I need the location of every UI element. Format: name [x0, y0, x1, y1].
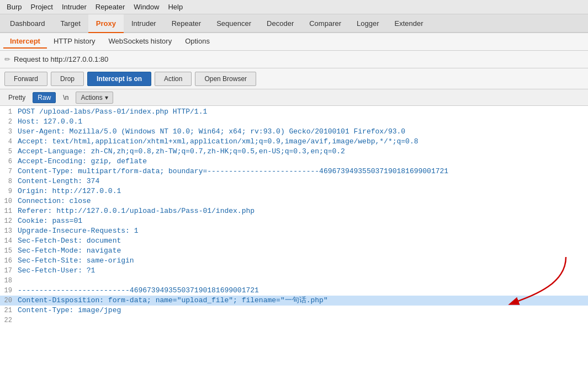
- table-row: 9Origin: http://127.0.0.1: [0, 186, 588, 196]
- table-row: 18: [0, 276, 588, 286]
- table-row: 13Upgrade-Insecure-Requests: 1: [0, 226, 588, 236]
- subtab-http-history[interactable]: HTTP history: [47, 35, 102, 49]
- intercept-button[interactable]: Intercept is on: [87, 72, 151, 86]
- request-bar: ✏ Request to http://127.0.0.1:80: [0, 51, 588, 68]
- line-number: 6: [0, 157, 15, 167]
- line-content: Origin: http://127.0.0.1: [15, 186, 588, 196]
- subtab-options[interactable]: Options: [178, 35, 216, 49]
- action-button[interactable]: Action: [155, 72, 192, 86]
- open-browser-button[interactable]: Open Browser: [195, 72, 256, 86]
- line-number: 5: [0, 147, 15, 157]
- editor-toolbar: Pretty Raw \n Actions ▾: [0, 89, 588, 106]
- table-row: 17Sec-Fetch-User: ?1: [0, 266, 588, 276]
- line-content: Content-Disposition: form-data; name="up…: [15, 296, 588, 306]
- chevron-down-icon: ▾: [105, 94, 108, 101]
- table-row: 10Connection: close: [0, 196, 588, 206]
- line-content: Cookie: pass=01: [15, 216, 588, 226]
- table-row: 22: [0, 315, 588, 325]
- tab-logger[interactable]: Logger: [349, 14, 386, 33]
- line-number: 8: [0, 176, 15, 186]
- line-content: Accept-Language: zh-CN,zh;q=0.8,zh-TW;q=…: [15, 147, 588, 157]
- line-content: Sec-Fetch-Mode: navigate: [15, 246, 588, 256]
- line-number: 19: [0, 286, 15, 296]
- line-number: 14: [0, 236, 15, 246]
- table-row: 12Cookie: pass=01: [0, 216, 588, 226]
- menu-intruder[interactable]: Intruder: [57, 2, 91, 12]
- actions-label: Actions: [81, 94, 102, 101]
- line-content: Content-Type: multipart/form-data; bound…: [15, 167, 588, 176]
- action-bar: Forward Drop Intercept is on Action Open…: [0, 68, 588, 89]
- pretty-button[interactable]: Pretty: [3, 92, 30, 103]
- line-content: Sec-Fetch-User: ?1: [15, 266, 588, 276]
- tab-dashboard[interactable]: Dashboard: [2, 14, 53, 33]
- menu-bar: Burp Project Intruder Repeater Window He…: [0, 0, 588, 14]
- line-content: Accept-Encoding: gzip, deflate: [15, 157, 588, 167]
- line-content: Content-Type: image/jpeg: [15, 306, 588, 315]
- table-row: 11Referer: http://127.0.0.1/upload-labs/…: [0, 206, 588, 216]
- table-row: 8Content-Length: 374: [0, 176, 588, 186]
- line-content: Referer: http://127.0.0.1/upload-labs/Pa…: [15, 206, 588, 216]
- line-content: Content-Length: 374: [15, 176, 588, 186]
- table-row: 19--------------------------469673949355…: [0, 286, 588, 296]
- line-content: Connection: close: [15, 196, 588, 206]
- line-number: 2: [0, 117, 15, 127]
- tab-intruder[interactable]: Intruder: [124, 14, 164, 33]
- newline-button[interactable]: \n: [58, 92, 73, 103]
- table-row: 16Sec-Fetch-Site: same-origin: [0, 256, 588, 266]
- line-content: User-Agent: Mozilla/5.0 (Windows NT 10.0…: [15, 127, 588, 137]
- tab-comparer[interactable]: Comparer: [301, 14, 349, 33]
- actions-dropdown[interactable]: Actions ▾: [76, 92, 113, 104]
- table-row: 20Content-Disposition: form-data; name="…: [0, 296, 588, 306]
- line-number: 10: [0, 196, 15, 206]
- line-content: Upgrade-Insecure-Requests: 1: [15, 226, 588, 236]
- subtab-websockets-history[interactable]: WebSockets history: [102, 35, 179, 49]
- line-number: 18: [0, 276, 15, 286]
- menu-burp[interactable]: Burp: [2, 2, 26, 12]
- menu-repeater[interactable]: Repeater: [91, 2, 129, 12]
- menu-window[interactable]: Window: [129, 2, 163, 12]
- line-content: POST /upload-labs/Pass-01/index.php HTTP…: [15, 107, 588, 117]
- tab-extender[interactable]: Extender: [387, 14, 431, 33]
- line-number: 22: [0, 315, 15, 325]
- line-content: --------------------------46967394935503…: [15, 286, 588, 296]
- main-nav: Dashboard Target Proxy Intruder Repeater…: [0, 14, 588, 33]
- edit-icon: ✏: [4, 55, 10, 63]
- forward-button[interactable]: Forward: [4, 72, 47, 86]
- subtab-intercept[interactable]: Intercept: [3, 35, 47, 49]
- lines-container: 1POST /upload-labs/Pass-01/index.php HTT…: [0, 107, 588, 325]
- tab-decoder[interactable]: Decoder: [259, 14, 301, 33]
- table-row: 15Sec-Fetch-Mode: navigate: [0, 246, 588, 256]
- line-number: 1: [0, 107, 15, 117]
- table-row: 7Content-Type: multipart/form-data; boun…: [0, 167, 588, 176]
- table-row: 6Accept-Encoding: gzip, deflate: [0, 157, 588, 167]
- request-url: Request to http://127.0.0.1:80: [14, 55, 108, 63]
- line-content: Accept: text/html,application/xhtml+xml,…: [15, 137, 588, 147]
- line-number: 17: [0, 266, 15, 276]
- table-row: 21Content-Type: image/jpeg: [0, 306, 588, 315]
- raw-button[interactable]: Raw: [33, 92, 56, 103]
- line-number: 3: [0, 127, 15, 137]
- drop-button[interactable]: Drop: [51, 72, 84, 86]
- line-number: 7: [0, 167, 15, 176]
- tab-repeater[interactable]: Repeater: [164, 14, 209, 33]
- line-number: 20: [0, 296, 15, 306]
- table-row: 1POST /upload-labs/Pass-01/index.php HTT…: [0, 107, 588, 117]
- line-number: 9: [0, 186, 15, 196]
- menu-project[interactable]: Project: [26, 2, 57, 12]
- table-row: 5Accept-Language: zh-CN,zh;q=0.8,zh-TW;q…: [0, 147, 588, 157]
- line-number: 12: [0, 216, 15, 226]
- tab-sequencer[interactable]: Sequencer: [209, 14, 259, 33]
- editor-area[interactable]: 1POST /upload-labs/Pass-01/index.php HTT…: [0, 106, 588, 380]
- line-number: 11: [0, 206, 15, 216]
- line-number: 21: [0, 306, 15, 315]
- line-content: Sec-Fetch-Dest: document: [15, 236, 588, 246]
- line-number: 13: [0, 226, 15, 236]
- line-content: Sec-Fetch-Site: same-origin: [15, 256, 588, 266]
- menu-help[interactable]: Help: [163, 2, 187, 12]
- line-content: Host: 127.0.0.1: [15, 117, 588, 127]
- table-row: 2Host: 127.0.0.1: [0, 117, 588, 127]
- tab-target[interactable]: Target: [53, 14, 88, 33]
- editor-wrapper: 1POST /upload-labs/Pass-01/index.php HTT…: [0, 106, 588, 380]
- tab-proxy[interactable]: Proxy: [88, 14, 124, 33]
- sub-nav: Intercept HTTP history WebSockets histor…: [0, 33, 588, 51]
